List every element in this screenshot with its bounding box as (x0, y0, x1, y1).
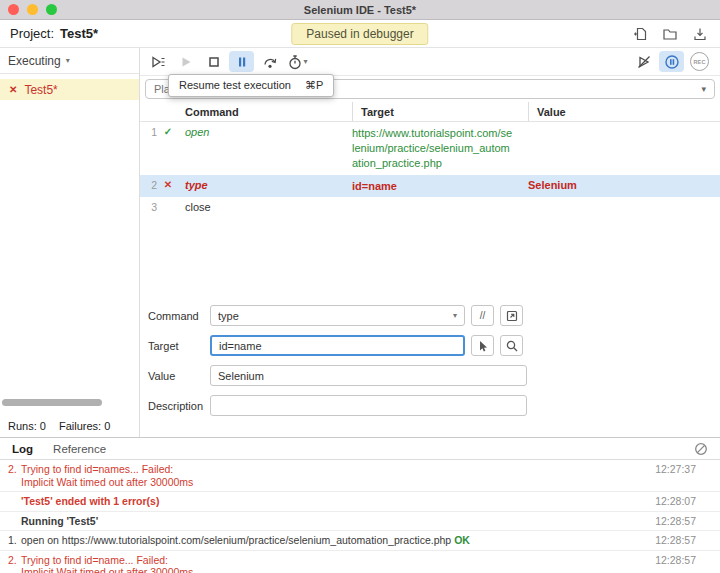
table-row-3-close[interactable]: 3 close (140, 197, 720, 217)
stop-test-button[interactable] (201, 51, 226, 72)
comment-toggle-button[interactable]: // (471, 305, 494, 326)
find-target-search-icon[interactable] (500, 335, 523, 356)
test-speed-timer-button[interactable]: ▾ (285, 51, 310, 72)
target-column-header: Target (352, 102, 528, 121)
log-entry: 2.Trying to find id=names... Failed: Imp… (0, 460, 720, 492)
log-entry-text: Trying to find id=names... Failed: (21, 463, 173, 475)
log-entry: Running 'Test5' 12:28:57 (0, 512, 720, 532)
paused-in-debugger-badge: Paused in debugger (291, 23, 428, 45)
log-entry-time: 12:28:07 (655, 495, 696, 508)
log-ok-status: OK (454, 534, 470, 546)
step-over-button[interactable] (257, 51, 282, 72)
log-entry: 1.open on https://www.tutorialspoint.com… (0, 531, 720, 551)
sidebar-item-test5[interactable]: ✕ Test5* (0, 79, 139, 100)
log-entry-detail: Implicit Wait timed out after 30000ms (21, 566, 630, 573)
target-cell (352, 201, 528, 213)
open-project-folder-icon[interactable] (662, 26, 678, 42)
table-row-1-open[interactable]: 1 ✓ open https://www.tutorialspoint.com/… (140, 122, 720, 175)
save-project-icon[interactable] (692, 26, 708, 42)
log-entry-text: Trying to find id=name... Failed: (21, 554, 168, 566)
clear-log-icon[interactable] (694, 442, 708, 456)
tab-reference[interactable]: Reference (53, 443, 106, 455)
log-entry-text: open on https://www.tutorialspoint.com/s… (21, 534, 451, 546)
playback-toolbar: ▾ REC (140, 48, 720, 76)
rec-icon: REC (690, 52, 709, 71)
log-entry-number: 2. (8, 554, 21, 567)
description-field-label: Description (148, 400, 210, 412)
run-current-test-button[interactable] (173, 51, 198, 72)
chevron-down-icon: ▾ (66, 56, 70, 65)
resume-execution-tooltip: Resume test execution ⌘P (168, 74, 334, 97)
command-cell: close (185, 201, 352, 213)
failed-cross-icon: ✕ (161, 179, 175, 194)
log-tab-bar: Log Reference (0, 438, 720, 460)
value-column-header: Value (528, 102, 720, 121)
target-cell: https://www.tutorialspoint.com/selenium/… (352, 126, 528, 171)
chevron-down-icon: ▾ (453, 311, 457, 320)
command-select-value: type (218, 310, 239, 322)
tooltip-shortcut: ⌘P (305, 79, 323, 92)
log-entry-time: 12:28:57 (655, 534, 696, 547)
project-label: Project: (10, 26, 54, 41)
run-statistics: Runs: 0 Failures: 0 (8, 420, 110, 432)
value-cell (528, 201, 720, 213)
chevron-down-icon: ▾ (303, 57, 307, 66)
window-titlebar: Selenium IDE - Test5* (0, 0, 720, 20)
select-target-in-page-icon[interactable] (471, 335, 494, 356)
sidebar-horizontal-scrollbar[interactable] (2, 399, 102, 406)
window-title: Selenium IDE - Test5* (0, 4, 720, 16)
disable-breakpoints-button[interactable] (631, 51, 656, 72)
project-bar: Project: Test5* Paused in debugger (0, 20, 720, 48)
pause-test-button[interactable] (229, 51, 254, 72)
command-editor-form: Command type ▾ // Target Value De (140, 305, 720, 425)
test-filter-dropdown[interactable]: Executing ▾ (0, 48, 139, 74)
pause-on-exceptions-button[interactable] (659, 51, 684, 72)
log-entry-number: 2. (8, 463, 21, 476)
log-entry-text: 'Test5' ended with 1 error(s) (21, 495, 159, 507)
value-cell (528, 126, 720, 171)
row-number: 2 (140, 179, 157, 194)
chevron-down-icon[interactable]: ▾ (695, 84, 712, 94)
table-row-2-type[interactable]: 2 ✕ type id=name Selenium (140, 175, 720, 198)
value-input[interactable] (210, 365, 527, 386)
command-select[interactable]: type ▾ (210, 305, 465, 326)
command-cell: type (185, 179, 352, 194)
runs-count: Runs: 0 (8, 420, 46, 432)
log-entry-detail: Implicit Wait timed out after 30000ms (21, 476, 630, 489)
log-entry: 2.Trying to find id=name... Failed: Impl… (0, 551, 720, 573)
passed-check-icon: ✓ (161, 126, 175, 171)
log-entry-time: 12:28:57 (655, 554, 696, 567)
record-button[interactable]: REC (687, 51, 712, 72)
target-field-label: Target (148, 340, 210, 352)
value-cell: Selenium (528, 179, 720, 194)
zoom-window-button[interactable] (46, 4, 57, 15)
command-cell: open (185, 126, 352, 171)
tooltip-text: Resume test execution (179, 79, 291, 92)
tests-sidebar: Executing ▾ ✕ Test5* Runs: 0 Failures: 0 (0, 48, 140, 437)
minimize-window-button[interactable] (27, 4, 38, 15)
commands-table-header: Command Target Value (140, 102, 720, 122)
run-all-tests-button[interactable] (145, 51, 170, 72)
close-window-button[interactable] (8, 4, 19, 15)
target-cell: id=name (352, 179, 528, 194)
log-entry-number: 1. (8, 534, 21, 547)
failures-count: Failures: 0 (59, 420, 110, 432)
log-entry-time: 12:28:57 (655, 515, 696, 528)
log-entry: 'Test5' ended with 1 error(s) 12:28:07 (0, 492, 720, 512)
main-area: ▾ REC ▾ Resume test execution ⌘P Command… (140, 48, 720, 437)
new-project-icon[interactable] (632, 26, 648, 42)
command-field-label: Command (148, 310, 210, 322)
row-number: 1 (140, 126, 157, 171)
row-number: 3 (140, 201, 157, 213)
open-reference-window-icon[interactable] (500, 305, 523, 326)
description-input[interactable] (210, 395, 527, 416)
failed-cross-icon: ✕ (9, 84, 17, 95)
sidebar-test-name: Test5* (24, 83, 57, 97)
tab-log[interactable]: Log (12, 443, 33, 455)
test-filter-label: Executing (8, 54, 61, 68)
target-input[interactable] (210, 335, 465, 356)
status-icon (161, 201, 175, 213)
log-entry-text: Running 'Test5' (21, 515, 98, 527)
window-controls (8, 4, 57, 15)
log-panel: Log Reference 2.Trying to find id=names.… (0, 437, 720, 573)
